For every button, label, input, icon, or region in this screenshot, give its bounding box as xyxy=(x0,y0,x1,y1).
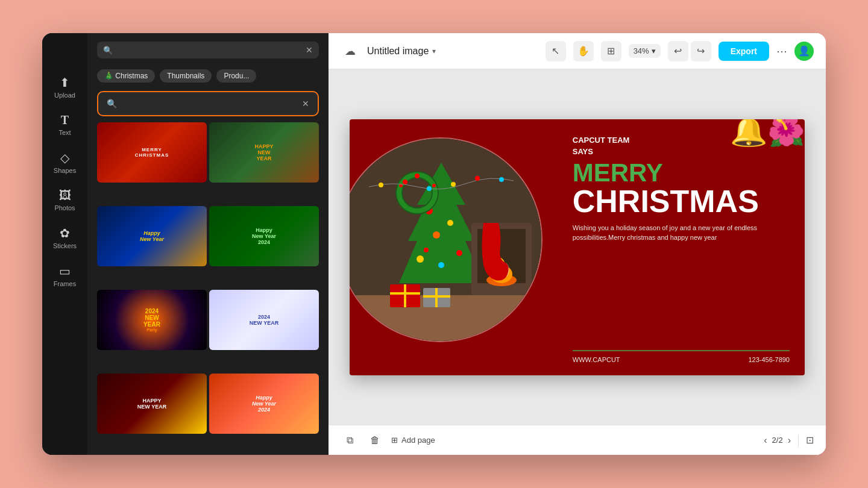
bottom-bar: ⧉ 🗑 ⊞ Add page ‹ 2/2 › ⊡ xyxy=(329,425,826,455)
add-page-icon: ⊞ xyxy=(391,436,398,445)
svg-point-8 xyxy=(456,250,462,256)
main-search-input[interactable]: Christmas card xyxy=(122,98,297,109)
avatar[interactable]: 👤 xyxy=(794,42,814,61)
svg-point-29 xyxy=(379,183,383,187)
document-title: Untitled image xyxy=(367,46,429,57)
select-tool-button[interactable]: ↖ xyxy=(546,41,566,61)
main-search-box[interactable]: 🔍 Christmas card ✕ xyxy=(97,91,319,116)
tag-christmas[interactable]: 🎄 Christmas xyxy=(97,69,155,83)
layout-tool-button[interactable]: ⊞ xyxy=(601,41,621,61)
list-item[interactable]: 2024NEW YEAR xyxy=(209,290,319,350)
prev-page-button[interactable]: ‹ xyxy=(764,435,767,446)
svg-rect-25 xyxy=(390,292,420,295)
undo-button[interactable]: ↩ xyxy=(668,41,688,61)
photos-icon: 🖼 xyxy=(59,189,71,202)
list-item[interactable]: HAPPYNEWYEAR xyxy=(209,122,319,183)
bells-decoration: 🔔🌺 xyxy=(730,119,805,148)
export-button[interactable]: Export xyxy=(719,42,769,61)
sidebar-item-frames[interactable]: ▭ Frames xyxy=(45,258,86,293)
top-search-clear[interactable]: ✕ xyxy=(306,45,313,55)
zoom-control[interactable]: 34% ▾ xyxy=(629,44,661,58)
svg-point-21 xyxy=(432,184,436,187)
title-chevron-icon[interactable]: ▾ xyxy=(432,47,436,55)
main-search-icon: 🔍 xyxy=(107,99,117,108)
svg-point-20 xyxy=(415,174,420,178)
svg-point-7 xyxy=(433,231,440,239)
hand-tool-button[interactable]: ✋ xyxy=(573,41,594,61)
list-item[interactable]: HappyNew Year xyxy=(97,206,207,266)
tag-products[interactable]: Produ... xyxy=(216,69,256,83)
next-page-button[interactable]: › xyxy=(788,435,791,446)
frames-icon: ▭ xyxy=(59,264,71,278)
card-phone: 123-456-7890 xyxy=(748,356,790,363)
main-area: ☁ Untitled image ▾ ↖ ✋ ⊞ 34% ▾ ↩ ↪ Expor… xyxy=(329,33,826,455)
svg-point-30 xyxy=(403,180,407,184)
redo-button[interactable]: ↪ xyxy=(691,41,711,61)
undo-redo-group: ↩ ↪ xyxy=(668,41,711,61)
top-search-icon: 🔍 xyxy=(103,46,113,55)
card-christmas: CHRISTMAS xyxy=(573,186,790,217)
xmas-scene-svg xyxy=(350,139,542,342)
app-window: ⬆ Upload T Text ◇ Shapes 🖼 Photos ✿ Stic… xyxy=(42,33,826,455)
svg-point-6 xyxy=(447,220,453,226)
tag-thumbnails[interactable]: Thumbnails xyxy=(160,69,212,83)
svg-point-10 xyxy=(438,262,444,268)
card-footer: WWW.CAPCUT 123-456-7890 xyxy=(573,356,790,363)
list-item[interactable]: HAPPYNEW YEAR xyxy=(97,374,207,434)
card-design: 🔔🌺 CAPCUT TEAM SAYS MERRY CHRISTMAS Wish… xyxy=(350,119,805,375)
bottom-left-tools: ⧉ 🗑 ⊞ Add page xyxy=(341,431,435,449)
sidebar: ⬆ Upload T Text ◇ Shapes 🖼 Photos ✿ Stic… xyxy=(42,33,329,455)
stickers-icon: ✿ xyxy=(60,226,70,240)
list-item[interactable]: 2024NEWYEAR Party xyxy=(97,290,207,350)
shapes-icon: ◇ xyxy=(60,151,69,165)
fit-page-button[interactable]: ⊡ xyxy=(806,434,814,446)
top-search-bar[interactable]: 🔍 New Year ✕ xyxy=(97,42,319,58)
add-page-button[interactable]: ⊞ Add page xyxy=(391,436,435,445)
sidebar-item-upload[interactable]: ⬆ Upload xyxy=(45,69,86,105)
page-info: 2/2 xyxy=(772,436,783,445)
duplicate-page-button[interactable]: ⧉ xyxy=(341,431,359,449)
list-item[interactable]: MERRYCHRISTMAS xyxy=(97,122,207,183)
title-group: Untitled image ▾ xyxy=(367,46,436,57)
svg-point-34 xyxy=(499,177,504,182)
main-search-clear[interactable]: ✕ xyxy=(302,99,309,108)
canvas-area: 🔔🌺 CAPCUT TEAM SAYS MERRY CHRISTMAS Wish… xyxy=(329,69,826,425)
delete-page-button[interactable]: 🗑 xyxy=(366,431,384,449)
file-cloud-button[interactable]: ☁ xyxy=(341,42,360,61)
card-divider xyxy=(573,350,790,351)
more-options-button[interactable]: ⋯ xyxy=(776,45,787,58)
svg-rect-24 xyxy=(404,284,406,307)
svg-point-9 xyxy=(417,255,424,263)
card-message: Wishing you a holiday season of joy and … xyxy=(573,223,790,243)
zoom-chevron-icon: ▾ xyxy=(652,46,656,55)
toolbar: ☁ Untitled image ▾ ↖ ✋ ⊞ 34% ▾ ↩ ↪ Expor… xyxy=(329,33,826,69)
circle-photo-frame xyxy=(350,137,542,342)
list-item[interactable]: HappyNew Year2024 xyxy=(209,374,319,434)
card-merry: MERRY xyxy=(573,160,790,186)
thumbnails-grid: MERRYCHRISTMAS HAPPYNEWYEAR HappyNew Yea… xyxy=(87,122,329,455)
zoom-value: 34% xyxy=(634,46,649,55)
sidebar-item-shapes[interactable]: ◇ Shapes xyxy=(45,145,86,180)
svg-point-11 xyxy=(424,248,429,252)
card-footer-section: WWW.CAPCUT 123-456-7890 xyxy=(573,343,790,363)
sidebar-item-stickers[interactable]: ✿ Stickers xyxy=(45,220,86,255)
sidebar-item-photos[interactable]: 🖼 Photos xyxy=(45,183,86,217)
svg-point-33 xyxy=(475,176,480,181)
card-left-panel xyxy=(350,119,555,375)
svg-point-32 xyxy=(451,182,456,187)
top-search-input[interactable]: New Year xyxy=(116,45,302,55)
left-nav: ⬆ Upload T Text ◇ Shapes 🖼 Photos ✿ Stic… xyxy=(42,33,87,455)
card-right-panel: 🔔🌺 CAPCUT TEAM SAYS MERRY CHRISTMAS Wish… xyxy=(555,119,805,375)
text-icon: T xyxy=(61,113,69,127)
page-navigation: ‹ 2/2 › ⊡ xyxy=(764,434,814,446)
sidebar-top-header: 🔍 New Year ✕ xyxy=(87,33,329,64)
card-text-content: CAPCUT TEAM SAYS MERRY CHRISTMAS Wishing… xyxy=(573,134,790,243)
list-item[interactable]: HappyNew Year2024 xyxy=(209,206,319,266)
tags-row: 🎄 Christmas Thumbnails Produ... xyxy=(87,64,329,87)
upload-icon: ⬆ xyxy=(60,75,70,90)
svg-rect-28 xyxy=(423,295,450,298)
card-website: WWW.CAPCUT xyxy=(573,356,620,363)
sidebar-item-text[interactable]: T Text xyxy=(45,107,86,142)
add-page-label: Add page xyxy=(401,436,435,445)
svg-point-31 xyxy=(427,186,432,191)
